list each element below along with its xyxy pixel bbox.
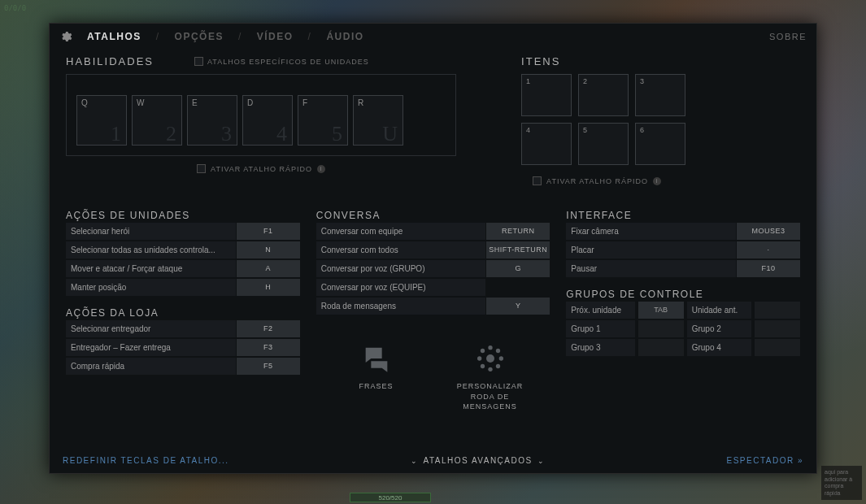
- quickcast-items-checkbox[interactable]: ATIVAR ATALHO RÁPIDO i: [533, 176, 800, 185]
- ctrl-key[interactable]: [755, 320, 800, 337]
- spectator-button[interactable]: ESPECTADOR »: [726, 456, 803, 465]
- bind-row[interactable]: Conversar por voz (EQUIPE): [316, 279, 550, 296]
- item-key: 3: [640, 77, 644, 85]
- ability-num: 1: [111, 122, 121, 146]
- item-slot-1[interactable]: 1: [521, 74, 572, 116]
- bind-label: Compra rápida: [66, 358, 237, 375]
- bind-key[interactable]: F2: [237, 320, 300, 337]
- nav-divider: /: [238, 31, 242, 42]
- unit-specific-label: ATALHOS ESPECÍFICOS DE UNIDADES: [207, 58, 369, 66]
- info-icon[interactable]: i: [317, 165, 325, 173]
- bind-row[interactable]: Manter posiçãoH: [66, 279, 300, 296]
- bind-key[interactable]: H: [237, 279, 300, 296]
- bind-row[interactable]: PausarF10: [566, 260, 800, 277]
- reset-hotkeys-button[interactable]: REDEFINIR TECLAS DE ATALHO...: [63, 456, 229, 465]
- ability-slot-3[interactable]: E3: [187, 95, 237, 146]
- ability-slot-4[interactable]: D4: [242, 95, 293, 146]
- tab-video[interactable]: VÍDEO: [257, 31, 294, 42]
- quickcast-abilities-checkbox[interactable]: ATIVAR ATALHO RÁPIDO i: [66, 164, 456, 173]
- phrases-button[interactable]: FRASES: [336, 342, 417, 412]
- item-slots-container: 1 2 3 4 5 6: [521, 74, 800, 165]
- hud-hint: aqui para adicionar à compra rápida: [821, 466, 862, 500]
- items-title: ITENS: [521, 55, 560, 67]
- ctrl-label: Unidade ant.: [687, 302, 751, 319]
- bind-key[interactable]: A: [237, 260, 300, 277]
- item-slot-6[interactable]: 6: [635, 123, 685, 165]
- bind-key[interactable]: Y: [486, 298, 550, 315]
- svg-point-7: [480, 364, 484, 368]
- about-link[interactable]: SOBRE: [769, 32, 807, 41]
- bind-key[interactable]: G: [486, 260, 550, 277]
- bind-row[interactable]: Mover e atacar / Forçar ataqueA: [66, 260, 300, 277]
- bind-row[interactable]: Conversar com todosSHIFT-RETURN: [316, 241, 550, 259]
- ctrl-key[interactable]: [755, 339, 800, 356]
- item-slot-4[interactable]: 4: [521, 123, 572, 165]
- svg-point-3: [477, 356, 481, 360]
- customize-wheel-button[interactable]: PERSONALIZAR RODA DE MENSAGENS: [450, 342, 531, 412]
- ability-slot-6[interactable]: RU: [353, 95, 403, 146]
- ctrl-key[interactable]: TAB: [638, 302, 684, 319]
- ability-slot-1[interactable]: Q1: [76, 95, 127, 146]
- bind-label: Conversar por voz (EQUIPE): [316, 279, 487, 296]
- advanced-hotkeys-button[interactable]: ⌄ ATALHOS AVANÇADOS ⌄: [411, 456, 545, 465]
- tab-hotkeys[interactable]: ATALHOS: [87, 31, 141, 42]
- ctrl-key[interactable]: [755, 302, 800, 319]
- chat-bubble-icon: [360, 342, 393, 375]
- bind-row[interactable]: Fixar câmeraMOUSE3: [566, 223, 800, 240]
- bind-label: Pausar: [566, 260, 737, 277]
- bind-label: Fixar câmera: [566, 223, 737, 240]
- bind-row[interactable]: Roda de mensagensY: [316, 298, 550, 315]
- item-slot-3[interactable]: 3: [635, 74, 685, 116]
- bind-key[interactable]: ·: [737, 241, 800, 259]
- bind-key[interactable]: N: [237, 241, 300, 259]
- bind-row[interactable]: Placar·: [566, 241, 800, 259]
- ability-slot-5[interactable]: F5: [298, 95, 348, 146]
- chat-section: CONVERSA Conversar com equipeRETURN Conv…: [316, 210, 550, 315]
- bind-key[interactable]: F10: [737, 260, 800, 277]
- interface-title: INTERFACE: [566, 210, 800, 221]
- bind-row[interactable]: Compra rápidaF5: [66, 358, 300, 375]
- item-slot-2[interactable]: 2: [578, 74, 629, 116]
- wheel-icon: [474, 342, 507, 375]
- abilities-section: HABILIDADES ATALHOS ESPECÍFICOS DE UNIDA…: [66, 55, 456, 185]
- bind-row[interactable]: Selecionar todas as unidades controla...…: [66, 241, 300, 259]
- checkbox-icon: [194, 57, 203, 66]
- chevron-down-icon: ⌄: [411, 457, 419, 465]
- top-nav: ATALHOS / OPÇÕES / VÍDEO / ÁUDIO SOBRE: [50, 24, 816, 51]
- bind-label: Selecionar todas as unidades controla...: [66, 241, 237, 259]
- bind-row[interactable]: Selecionar entregadorF2: [66, 320, 300, 337]
- bind-label: Selecionar herói: [66, 223, 237, 240]
- bind-row[interactable]: Selecionar heróiF1: [66, 223, 300, 240]
- ability-num: 5: [332, 122, 342, 146]
- abilities-title: HABILIDADES: [66, 55, 154, 67]
- info-icon[interactable]: i: [653, 177, 661, 185]
- control-groups-title: GRUPOS DE CONTROLE: [566, 289, 800, 300]
- bind-key[interactable]: RETURN: [486, 223, 550, 240]
- shop-actions-title: AÇÕES DA LOJA: [66, 307, 300, 319]
- bind-key[interactable]: F3: [237, 339, 300, 356]
- bind-key[interactable]: MOUSE3: [737, 223, 800, 240]
- ctrl-key[interactable]: [638, 320, 684, 337]
- ctrl-label: Grupo 2: [687, 320, 751, 337]
- item-slot-5[interactable]: 5: [578, 123, 629, 165]
- ability-slot-2[interactable]: W2: [132, 95, 182, 146]
- bind-label: Conversar com equipe: [316, 223, 487, 240]
- tab-audio[interactable]: ÁUDIO: [326, 31, 363, 42]
- ability-num: 3: [221, 122, 232, 146]
- bind-row[interactable]: Conversar com equipeRETURN: [316, 223, 550, 240]
- bind-key[interactable]: F5: [237, 358, 300, 375]
- quickcast-label: ATIVAR ATALHO RÁPIDO: [546, 177, 648, 185]
- bind-key[interactable]: SHIFT-RETURN: [486, 241, 550, 259]
- tab-options[interactable]: OPÇÕES: [175, 31, 224, 42]
- ability-num: U: [382, 122, 398, 146]
- gear-icon: [59, 30, 72, 43]
- item-key: 4: [526, 126, 530, 134]
- ctrl-key[interactable]: [638, 339, 684, 356]
- bind-row[interactable]: Conversar por voz (GRUPO)G: [316, 260, 550, 277]
- footer: REDEFINIR TECLAS DE ATALHO... ⌄ ATALHOS …: [50, 448, 816, 473]
- bind-row[interactable]: Entregador – Fazer entregaF3: [66, 339, 300, 356]
- unit-specific-checkbox[interactable]: ATALHOS ESPECÍFICOS DE UNIDADES: [194, 57, 369, 66]
- bind-key[interactable]: F1: [237, 223, 300, 240]
- ability-key: Q: [81, 98, 88, 107]
- customize-label: PERSONALIZAR RODA DE MENSAGENS: [450, 381, 531, 412]
